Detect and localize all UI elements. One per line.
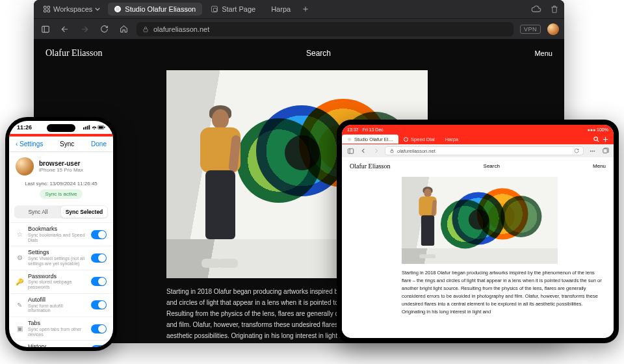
item-toggle[interactable] (91, 345, 107, 347)
item-toggle[interactable] (91, 277, 107, 286)
tab-start-page[interactable]: Start Page (205, 3, 262, 16)
page-search-link[interactable]: Search (484, 163, 500, 169)
page-brand[interactable]: Olafur Eliasson (350, 162, 391, 170)
panel-toggle-icon[interactable] (39, 23, 52, 36)
profile-avatar[interactable] (547, 23, 559, 35)
reload-button[interactable] (98, 23, 110, 36)
svg-rect-13 (104, 126, 105, 127)
item-title: Tabs (28, 320, 86, 327)
status-time: 11:26 (17, 124, 32, 131)
item-toggle[interactable] (91, 230, 107, 239)
page-menu-link[interactable]: Menu (534, 49, 552, 57)
url-field[interactable]: olafureliasson.net (136, 22, 514, 36)
svg-rect-2 (44, 10, 47, 12)
status-bar: 13:37 Fri 13 Dec ●●● 100% (342, 125, 614, 134)
sync-item-settings[interactable]: ⚙SettingsSync Vivaldi settings (not all … (9, 246, 113, 269)
url-field[interactable]: olafureliasson.net (385, 146, 584, 155)
tab-label: Harpa (445, 136, 458, 142)
tab-studio-olafur[interactable]: Studio Olafur El… (342, 135, 398, 144)
item-toggle[interactable] (91, 324, 107, 333)
svg-rect-8 (85, 126, 86, 129)
item-title: Settings (28, 250, 86, 256)
item-title: Autofill (28, 297, 86, 304)
trash-icon[interactable] (549, 3, 560, 15)
tab-speed-dial[interactable]: Speed Dial (398, 135, 440, 144)
device-name: iPhone 15 Pro Max (39, 167, 83, 173)
cloud-sync-icon[interactable] (530, 3, 542, 15)
new-tab-button[interactable] (601, 135, 610, 144)
workspaces-icon (43, 5, 51, 13)
nav-done-button[interactable]: Done (91, 140, 107, 148)
artwork-photo (402, 177, 558, 264)
status-time: 13:37 (347, 127, 359, 132)
tab-harpa[interactable]: Harpa (440, 135, 463, 144)
sync-item-tabs[interactable]: ▣TabsSync open tabs from other devices (9, 317, 113, 340)
favicon-icon (347, 137, 352, 142)
tab-harpa[interactable]: Harpa (265, 3, 297, 16)
tab-studio-olafur[interactable]: Studio Olafur Eliasson (108, 3, 202, 16)
lock-icon (142, 25, 150, 33)
segment-sync-all[interactable]: Sync All (15, 206, 61, 218)
username: browser-user (39, 160, 83, 167)
svg-rect-24 (603, 148, 606, 152)
nav-back-button[interactable]: ‹ Settings (16, 140, 43, 148)
status-indicators (83, 125, 105, 131)
back-button[interactable] (359, 146, 368, 155)
sync-info: Last sync: 13/09/2024 11:26:45 Sync is a… (9, 181, 113, 202)
item-icon: ▣ (16, 325, 23, 333)
vpn-badge[interactable]: VPN (520, 25, 541, 34)
panel-toggle-icon[interactable] (346, 146, 355, 155)
sync-items-list: ☆BookmarksSync bookmarks and Speed Dials… (9, 222, 113, 347)
tab-label: Studio Olafur El… (354, 136, 393, 142)
svg-rect-10 (89, 125, 90, 129)
page-search-link[interactable]: Search (306, 49, 331, 58)
segment-sync-selected[interactable]: Sync Selected (61, 206, 107, 218)
item-subtitle: Sync open tabs from other devices (28, 327, 86, 337)
sync-item-bookmarks[interactable]: ☆BookmarksSync bookmarks and Speed Dials (9, 222, 113, 246)
back-button[interactable] (58, 23, 72, 36)
sync-scope-segment[interactable]: Sync All Sync Selected (14, 205, 108, 218)
home-button[interactable] (117, 23, 130, 36)
item-toggle[interactable] (91, 254, 107, 263)
item-icon: ☆ (16, 231, 23, 239)
reload-icon[interactable] (574, 148, 579, 153)
forward-button[interactable] (372, 146, 381, 155)
svg-point-21 (592, 150, 592, 151)
workspaces-menu[interactable]: Workspaces (38, 5, 105, 13)
new-tab-button[interactable]: ＋ (300, 3, 311, 15)
workspaces-label: Workspaces (53, 5, 92, 13)
svg-rect-0 (44, 6, 47, 9)
url-text: olafureliasson.net (397, 148, 436, 154)
lens-flare-artwork (441, 181, 546, 260)
profile-row[interactable]: browser-user iPhone 15 Pro Max (9, 152, 113, 181)
tab-label: Harpa (271, 5, 291, 13)
chevron-down-icon (95, 6, 100, 12)
startpage-icon (211, 6, 218, 12)
url-text: olafureliasson.net (153, 25, 209, 33)
svg-line-15 (597, 140, 599, 142)
avatar (16, 157, 34, 176)
tabs-overview-button[interactable] (601, 146, 610, 155)
status-date: Fri 13 Dec (363, 127, 384, 132)
forward-button[interactable] (78, 23, 91, 36)
sync-item-passwords[interactable]: 🔑PasswordsSync stored webpage passwords (9, 270, 113, 293)
svg-rect-9 (87, 125, 88, 129)
svg-rect-12 (99, 126, 103, 128)
sync-item-history[interactable]: ⧗HistorySync History and Typed Urls (9, 340, 113, 347)
sync-item-autofill[interactable]: ✎AutofillSync form autofill information (9, 293, 113, 317)
nav-title: Sync (60, 140, 74, 148)
item-toggle[interactable] (91, 300, 107, 309)
item-title: Passwords (28, 274, 86, 280)
share-button[interactable] (588, 146, 597, 155)
search-button[interactable] (592, 135, 601, 144)
svg-point-14 (593, 136, 597, 140)
sync-status-badge: Sync is active (40, 189, 83, 199)
person-figure (194, 109, 252, 268)
page-menu-link[interactable]: Menu (593, 163, 606, 169)
page-brand[interactable]: Olafur Eliasson (46, 48, 102, 58)
tab-label: Start Page (222, 5, 255, 13)
article-body: Starting in 2018 Olafur began producing … (402, 269, 603, 316)
svg-rect-7 (83, 127, 84, 129)
item-icon: 🔑 (16, 278, 23, 285)
tab-label: Studio Olafur Eliasson (125, 5, 196, 13)
